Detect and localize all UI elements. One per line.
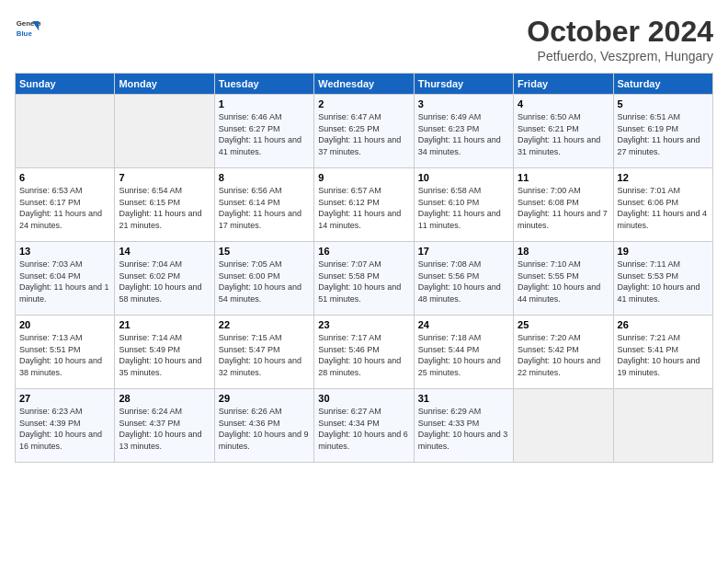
day-number: 3	[418, 98, 509, 109]
day-info: Sunrise: 6:23 AM Sunset: 4:39 PM Dayligh…	[19, 406, 110, 452]
day-number: 15	[219, 246, 310, 257]
day-of-week-header: Saturday	[613, 74, 712, 95]
calendar-cell: 21Sunrise: 7:14 AM Sunset: 5:49 PM Dayli…	[115, 316, 214, 389]
calendar-cell: 6Sunrise: 6:53 AM Sunset: 6:17 PM Daylig…	[16, 168, 115, 242]
day-number: 17	[418, 246, 509, 257]
calendar-cell: 17Sunrise: 7:08 AM Sunset: 5:56 PM Dayli…	[414, 242, 513, 316]
day-info: Sunrise: 6:27 AM Sunset: 4:34 PM Dayligh…	[318, 406, 409, 452]
calendar-week-row: 13Sunrise: 7:03 AM Sunset: 6:04 PM Dayli…	[16, 242, 713, 316]
day-info: Sunrise: 6:47 AM Sunset: 6:25 PM Dayligh…	[318, 111, 409, 157]
day-number: 25	[518, 319, 609, 330]
day-info: Sunrise: 7:11 AM Sunset: 5:53 PM Dayligh…	[618, 259, 709, 304]
subtitle: Petfuerdo, Veszprem, Hungary	[527, 49, 713, 63]
day-info: Sunrise: 6:24 AM Sunset: 4:37 PM Dayligh…	[119, 406, 210, 452]
day-of-week-header: Thursday	[414, 74, 513, 95]
calendar-cell: 15Sunrise: 7:05 AM Sunset: 6:00 PM Dayli…	[214, 242, 313, 316]
calendar-cell: 11Sunrise: 7:00 AM Sunset: 6:08 PM Dayli…	[514, 168, 613, 242]
day-number: 5	[618, 98, 709, 109]
calendar-cell: 7Sunrise: 6:54 AM Sunset: 6:15 PM Daylig…	[115, 168, 214, 242]
month-title: October 2024	[527, 15, 713, 49]
day-number: 7	[119, 172, 210, 183]
calendar-cell: 29Sunrise: 6:26 AM Sunset: 4:36 PM Dayli…	[214, 389, 313, 463]
day-of-week-header: Sunday	[16, 74, 115, 95]
day-number: 13	[19, 246, 110, 257]
day-number: 31	[418, 393, 509, 404]
calendar-table: SundayMondayTuesdayWednesdayThursdayFrid…	[15, 73, 713, 463]
calendar-week-row: 27Sunrise: 6:23 AM Sunset: 4:39 PM Dayli…	[16, 389, 713, 463]
day-number: 1	[219, 98, 310, 109]
day-info: Sunrise: 6:51 AM Sunset: 6:19 PM Dayligh…	[618, 111, 709, 157]
calendar-header-row: SundayMondayTuesdayWednesdayThursdayFrid…	[16, 74, 713, 95]
day-of-week-header: Wednesday	[314, 74, 414, 95]
calendar-cell: 14Sunrise: 7:04 AM Sunset: 6:02 PM Dayli…	[115, 242, 214, 316]
logo: General Blue	[15, 15, 40, 40]
day-info: Sunrise: 7:20 AM Sunset: 5:42 PM Dayligh…	[518, 332, 609, 378]
day-info: Sunrise: 6:57 AM Sunset: 6:12 PM Dayligh…	[318, 185, 409, 231]
day-number: 14	[119, 246, 210, 257]
title-block: October 2024 Petfuerdo, Veszprem, Hungar…	[527, 15, 713, 63]
day-info: Sunrise: 6:46 AM Sunset: 6:27 PM Dayligh…	[219, 111, 310, 157]
svg-text:Blue: Blue	[17, 29, 33, 38]
day-info: Sunrise: 7:07 AM Sunset: 5:58 PM Dayligh…	[318, 259, 409, 304]
day-info: Sunrise: 7:08 AM Sunset: 5:56 PM Dayligh…	[418, 259, 509, 304]
calendar-cell: 8Sunrise: 6:56 AM Sunset: 6:14 PM Daylig…	[214, 168, 313, 242]
day-number: 9	[318, 172, 409, 183]
calendar-cell: 5Sunrise: 6:51 AM Sunset: 6:19 PM Daylig…	[613, 95, 712, 168]
day-info: Sunrise: 7:05 AM Sunset: 6:00 PM Dayligh…	[219, 259, 310, 304]
day-number: 26	[618, 319, 709, 330]
day-number: 22	[219, 319, 310, 330]
day-of-week-header: Monday	[115, 74, 214, 95]
day-number: 30	[318, 393, 409, 404]
day-number: 2	[318, 98, 409, 109]
day-number: 8	[219, 172, 310, 183]
day-info: Sunrise: 7:14 AM Sunset: 5:49 PM Dayligh…	[119, 332, 210, 378]
day-number: 4	[518, 98, 609, 109]
calendar-cell: 18Sunrise: 7:10 AM Sunset: 5:55 PM Dayli…	[514, 242, 613, 316]
calendar-cell: 31Sunrise: 6:29 AM Sunset: 4:33 PM Dayli…	[414, 389, 513, 463]
day-number: 27	[19, 393, 110, 404]
calendar-cell: 1Sunrise: 6:46 AM Sunset: 6:27 PM Daylig…	[214, 95, 313, 168]
day-number: 18	[518, 246, 609, 257]
calendar-cell: 10Sunrise: 6:58 AM Sunset: 6:10 PM Dayli…	[414, 168, 513, 242]
day-info: Sunrise: 6:53 AM Sunset: 6:17 PM Dayligh…	[19, 185, 110, 231]
day-info: Sunrise: 7:15 AM Sunset: 5:47 PM Dayligh…	[219, 332, 310, 378]
day-number: 29	[219, 393, 310, 404]
calendar-cell	[115, 95, 214, 168]
page-header: General Blue October 2024 Petfuerdo, Ves…	[15, 15, 713, 63]
calendar-cell: 9Sunrise: 6:57 AM Sunset: 6:12 PM Daylig…	[314, 168, 414, 242]
calendar-cell	[16, 95, 115, 168]
day-number: 28	[119, 393, 210, 404]
day-info: Sunrise: 6:50 AM Sunset: 6:21 PM Dayligh…	[518, 111, 609, 157]
day-info: Sunrise: 7:03 AM Sunset: 6:04 PM Dayligh…	[19, 259, 110, 304]
calendar-cell: 20Sunrise: 7:13 AM Sunset: 5:51 PM Dayli…	[16, 316, 115, 389]
calendar-week-row: 20Sunrise: 7:13 AM Sunset: 5:51 PM Dayli…	[16, 316, 713, 389]
calendar-cell: 27Sunrise: 6:23 AM Sunset: 4:39 PM Dayli…	[16, 389, 115, 463]
day-number: 6	[19, 172, 110, 183]
day-info: Sunrise: 7:01 AM Sunset: 6:06 PM Dayligh…	[618, 185, 709, 231]
day-of-week-header: Tuesday	[214, 74, 313, 95]
day-number: 10	[418, 172, 509, 183]
calendar-cell: 19Sunrise: 7:11 AM Sunset: 5:53 PM Dayli…	[613, 242, 712, 316]
calendar-week-row: 6Sunrise: 6:53 AM Sunset: 6:17 PM Daylig…	[16, 168, 713, 242]
calendar-cell: 3Sunrise: 6:49 AM Sunset: 6:23 PM Daylig…	[414, 95, 513, 168]
calendar-cell: 23Sunrise: 7:17 AM Sunset: 5:46 PM Dayli…	[314, 316, 414, 389]
calendar-cell: 16Sunrise: 7:07 AM Sunset: 5:58 PM Dayli…	[314, 242, 414, 316]
calendar-cell: 4Sunrise: 6:50 AM Sunset: 6:21 PM Daylig…	[514, 95, 613, 168]
calendar-cell: 30Sunrise: 6:27 AM Sunset: 4:34 PM Dayli…	[314, 389, 414, 463]
calendar-cell	[613, 389, 712, 463]
calendar-cell: 22Sunrise: 7:15 AM Sunset: 5:47 PM Dayli…	[214, 316, 313, 389]
day-info: Sunrise: 7:00 AM Sunset: 6:08 PM Dayligh…	[518, 185, 609, 231]
day-number: 21	[119, 319, 210, 330]
day-number: 23	[318, 319, 409, 330]
day-info: Sunrise: 7:13 AM Sunset: 5:51 PM Dayligh…	[19, 332, 110, 378]
day-of-week-header: Friday	[514, 74, 613, 95]
day-info: Sunrise: 6:26 AM Sunset: 4:36 PM Dayligh…	[219, 406, 310, 452]
calendar-cell: 26Sunrise: 7:21 AM Sunset: 5:41 PM Dayli…	[613, 316, 712, 389]
calendar-week-row: 1Sunrise: 6:46 AM Sunset: 6:27 PM Daylig…	[16, 95, 713, 168]
calendar-cell: 25Sunrise: 7:20 AM Sunset: 5:42 PM Dayli…	[514, 316, 613, 389]
calendar-cell: 24Sunrise: 7:18 AM Sunset: 5:44 PM Dayli…	[414, 316, 513, 389]
day-info: Sunrise: 6:56 AM Sunset: 6:14 PM Dayligh…	[219, 185, 310, 231]
day-info: Sunrise: 6:29 AM Sunset: 4:33 PM Dayligh…	[418, 406, 509, 452]
day-number: 16	[318, 246, 409, 257]
calendar-cell: 13Sunrise: 7:03 AM Sunset: 6:04 PM Dayli…	[16, 242, 115, 316]
